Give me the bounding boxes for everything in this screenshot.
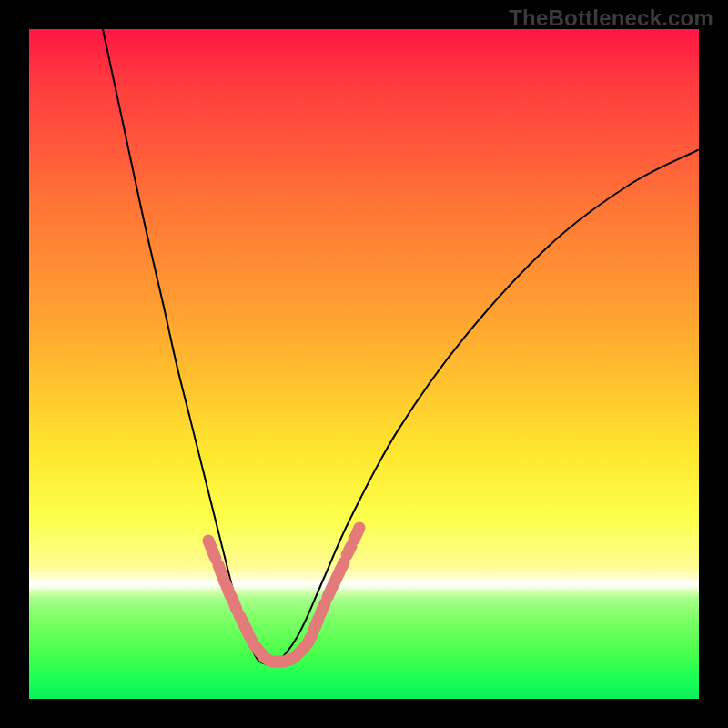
figure-frame: TheBottleneck.com — [0, 0, 728, 728]
plot-area — [29, 29, 699, 699]
brand-watermark: TheBottleneck.com — [509, 5, 713, 31]
